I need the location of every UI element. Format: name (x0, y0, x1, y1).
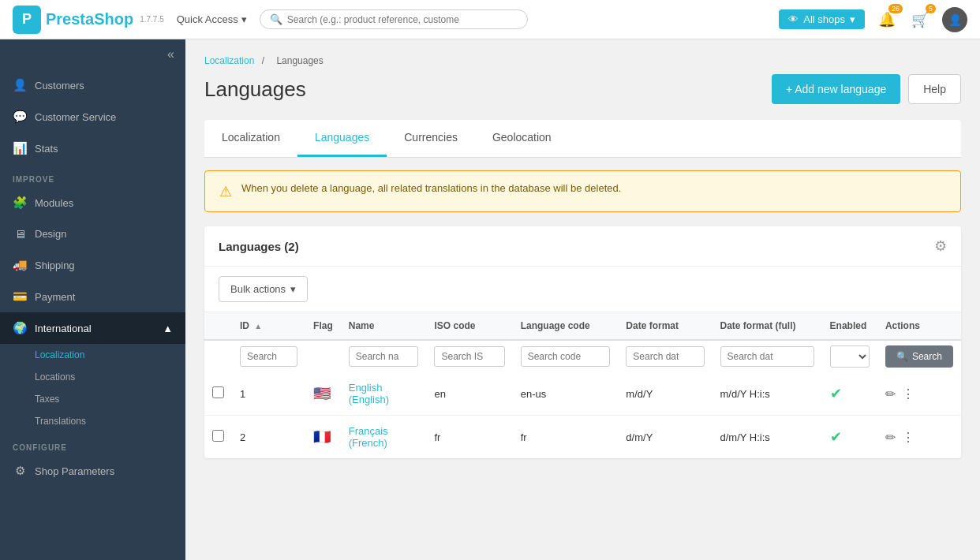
row1-id: 1 (232, 372, 305, 416)
sort-arrow-icon: ▲ (254, 322, 262, 330)
sidebar-section-configure: CONFIGURE (0, 432, 185, 455)
bulk-actions-button[interactable]: Bulk actions ▾ (219, 276, 308, 302)
search-submit-label: Search (912, 351, 942, 362)
table-row: 1 🇺🇸 English(English) en en-us m/d/Y (204, 372, 961, 416)
search-submit-button[interactable]: 🔍 Search (885, 345, 953, 368)
th-flag: Flag (305, 312, 341, 340)
search-id-input[interactable] (240, 346, 297, 367)
sidebar: « 👤 Customers 💬 Customer Service 📊 Stats… (0, 39, 185, 560)
search-enabled-cell: Yes No (822, 340, 877, 372)
search-checkbox-cell (204, 340, 232, 372)
payment-icon: 💳 (13, 289, 27, 304)
search-date-input[interactable] (626, 346, 704, 367)
settings-gear-button[interactable]: ⚙ (934, 237, 947, 255)
shop-parameters-icon: ⚙ (13, 464, 27, 478)
row1-checkbox[interactable] (212, 386, 224, 398)
main-content: Localization / Languages Languages + Add… (185, 39, 980, 560)
row2-name-link[interactable]: Français(French) (349, 425, 388, 449)
sidebar-item-label: Design (35, 228, 66, 240)
row2-checkbox-cell (204, 416, 232, 459)
sub-item-taxes[interactable]: Taxes (35, 388, 185, 410)
page-title: Languages (204, 77, 306, 102)
help-button[interactable]: Help (908, 74, 961, 104)
breadcrumb-current: Languages (276, 55, 323, 66)
tab-languages[interactable]: Languages (297, 120, 387, 157)
row2-datefull: d/m/Y H:i:s (713, 416, 822, 459)
th-date-format-full: Date format (full) (713, 312, 822, 340)
sidebar-item-international[interactable]: 🌍 International ▲ (0, 312, 185, 344)
bell-notification[interactable]: 🔔 26 (876, 9, 898, 31)
search-action-cell: 🔍 Search (877, 340, 961, 372)
bell-badge-count: 26 (888, 4, 903, 13)
sidebar-item-label: Customers (35, 80, 84, 91)
sidebar-item-modules[interactable]: 🧩 Modules (0, 187, 185, 218)
sub-item-locations[interactable]: Locations (35, 366, 185, 388)
row1-edit-button[interactable]: ✏ (885, 386, 896, 401)
main-layout: « 👤 Customers 💬 Customer Service 📊 Stats… (0, 39, 980, 560)
row1-name-link[interactable]: English(English) (349, 382, 389, 405)
international-left: 🌍 International (13, 321, 92, 335)
sub-item-translations[interactable]: Translations (35, 410, 185, 432)
search-row: Yes No 🔍 Search (204, 340, 961, 372)
sidebar-item-design[interactable]: 🖥 Design (0, 218, 185, 249)
sidebar-item-payment[interactable]: 💳 Payment (0, 281, 185, 312)
th-id[interactable]: ID ▲ (232, 312, 305, 340)
row2-flag: 🇫🇷 (305, 416, 341, 459)
design-icon: 🖥 (13, 227, 27, 241)
all-shops-eye-icon: 👁 (788, 13, 799, 25)
row1-flag: 🇺🇸 (305, 372, 341, 416)
row1-date: m/d/Y (618, 372, 712, 416)
search-langcode-input[interactable] (521, 346, 611, 367)
enabled-check-icon: ✔ (830, 429, 842, 445)
main-inner: Localization / Languages Languages + Add… (185, 39, 980, 474)
tab-localization[interactable]: Localization (204, 120, 297, 157)
table-head: ID ▲ Flag Name ISO code Language code Da… (204, 312, 961, 372)
enabled-check-icon: ✔ (830, 386, 842, 401)
sidebar-item-shipping[interactable]: 🚚 Shipping (0, 249, 185, 281)
sidebar-section-improve: IMPROVE (0, 164, 185, 187)
sidebar-item-shop-parameters[interactable]: ⚙ Shop Parameters (0, 455, 185, 487)
tab-currencies[interactable]: Currencies (387, 120, 475, 157)
global-search-input[interactable] (287, 14, 518, 25)
languages-table-card: Languages (2) ⚙ Bulk actions ▾ (204, 226, 961, 458)
international-icon: 🌍 (13, 321, 27, 335)
row1-more-button[interactable]: ⋮ (902, 386, 915, 401)
global-search-bar[interactable]: 🔍 (260, 9, 528, 29)
search-date-cell (618, 340, 712, 372)
user-avatar[interactable]: 👤 (942, 7, 967, 32)
search-id-cell (232, 340, 305, 372)
row2-edit-button[interactable]: ✏ (885, 430, 896, 445)
row1-langcode: en-us (513, 372, 619, 416)
search-datefull-input[interactable] (720, 346, 814, 367)
search-iso-input[interactable] (434, 346, 504, 367)
sidebar-item-label: Payment (35, 291, 75, 303)
sub-item-localization[interactable]: Localization (35, 344, 185, 366)
flag-us-icon: 🇺🇸 (313, 386, 331, 401)
search-name-input[interactable] (349, 346, 419, 367)
search-enabled-select[interactable]: Yes No (830, 345, 870, 368)
sidebar-item-label: Shipping (35, 259, 75, 271)
row2-checkbox[interactable] (212, 430, 224, 442)
row1-name: English(English) (341, 372, 427, 416)
sidebar-item-customer-service[interactable]: 💬 Customer Service (0, 101, 185, 133)
card-title: Languages (2) (219, 240, 299, 253)
tab-geolocation[interactable]: Geolocation (475, 120, 569, 157)
sidebar-item-stats[interactable]: 📊 Stats (0, 133, 185, 164)
topnav-right-area: 👁 All shops ▾ 🔔 26 🛒 5 👤 (779, 7, 967, 32)
all-shops-label: All shops (803, 13, 845, 25)
all-shops-button[interactable]: 👁 All shops ▾ (779, 9, 865, 29)
cart-notification[interactable]: 🛒 5 (909, 9, 931, 31)
quick-access-label: Quick Access (177, 13, 238, 25)
row1-enabled: ✔ (822, 372, 877, 416)
breadcrumb-parent[interactable]: Localization (204, 55, 254, 66)
row2-more-button[interactable]: ⋮ (902, 430, 915, 445)
sidebar-item-customers[interactable]: 👤 Customers (0, 69, 185, 101)
search-submit-icon: 🔍 (896, 351, 908, 362)
quick-access-button[interactable]: Quick Access ▾ (177, 13, 247, 25)
add-language-button[interactable]: + Add new language (772, 74, 900, 104)
customer-service-icon: 💬 (13, 110, 27, 124)
th-iso-code: ISO code (426, 312, 512, 340)
bulk-actions-row: Bulk actions ▾ (204, 267, 961, 312)
shipping-icon: 🚚 (13, 258, 27, 272)
sidebar-toggle-button[interactable]: « (0, 39, 185, 69)
